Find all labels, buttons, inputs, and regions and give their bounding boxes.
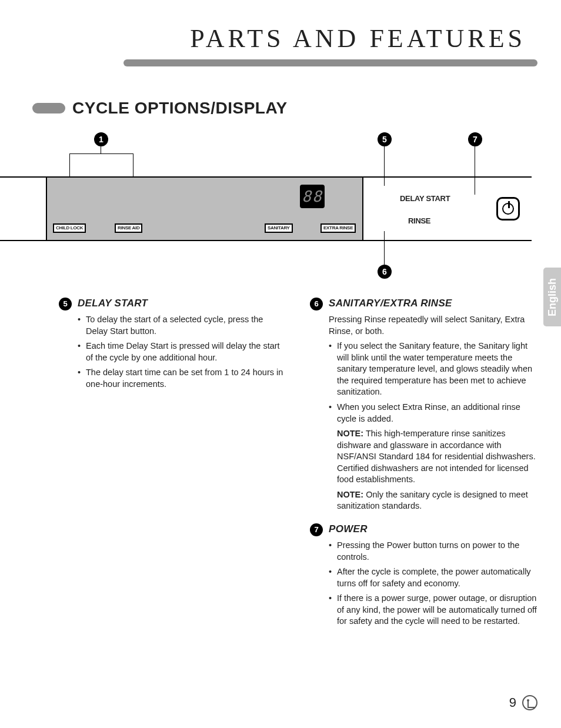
panel-frame: CHILD LOCK RINSE AID SANITARY EXTRA RINS… xyxy=(0,176,532,241)
button-power[interactable] xyxy=(496,197,520,221)
feature-7-num: 7 xyxy=(310,523,323,536)
note-label: NOTE: xyxy=(337,490,363,499)
callout-6: 6 xyxy=(378,265,392,279)
note: NOTE: Only the sanitary cycle is designe… xyxy=(329,489,537,512)
indicator-child-lock: CHILD LOCK xyxy=(53,223,86,233)
bullet: Pressing the Power button turns on power… xyxy=(329,540,537,563)
feature-5-title: DELAY START xyxy=(78,297,148,310)
note: NOTE: This high-temperature rinse saniti… xyxy=(329,428,537,486)
page-number: 9 xyxy=(509,695,516,710)
bullet: The delay start time can be set from 1 t… xyxy=(78,367,286,390)
section-pill xyxy=(32,103,65,113)
button-delay-start[interactable]: DELAY START xyxy=(400,194,450,203)
callout-1: 1 xyxy=(94,132,108,146)
feature-5-body: To delay the start of a selected cycle, … xyxy=(78,314,286,390)
bracket xyxy=(69,153,70,176)
indicator-sanitary: SANITARY xyxy=(265,223,293,233)
note-label: NOTE: xyxy=(337,429,363,438)
feature-7-title: POWER xyxy=(329,523,368,536)
feature-6-intro: Pressing Rinse repeatedly will select Sa… xyxy=(329,314,537,337)
feature-6-body: Pressing Rinse repeatedly will select Sa… xyxy=(329,314,537,512)
panel-indicator-area: CHILD LOCK RINSE AID SANITARY EXTRA RINS… xyxy=(46,178,363,240)
lead-line xyxy=(101,146,101,153)
note-text: Only the sanitary cycle is designed to m… xyxy=(337,490,528,511)
feature-7-header: 7 POWER xyxy=(310,523,537,536)
bullet: After the cycle is complete, the power a… xyxy=(329,566,537,589)
section-heading: CYCLE OPTIONS/DISPLAY xyxy=(72,99,288,118)
power-icon-stem xyxy=(508,201,510,208)
language-tab[interactable]: English xyxy=(543,268,561,326)
page-footer: 9 xyxy=(509,695,537,710)
callout-7: 7 xyxy=(468,132,482,146)
indicator-rinse-aid: RINSE AID xyxy=(115,223,142,233)
bullet: Each time Delay Start is pressed will de… xyxy=(78,340,286,363)
feature-7-body: Pressing the Power button turns on power… xyxy=(329,540,537,627)
bullet: If you select the Sanitary feature, the … xyxy=(329,340,537,398)
bracket xyxy=(133,153,133,176)
panel-button-area: DELAY START RINSE xyxy=(363,178,532,240)
lg-logo-icon xyxy=(522,695,537,710)
bracket xyxy=(69,153,133,154)
bullet: When you select Extra Rinse, an addition… xyxy=(329,402,537,425)
feature-6-num: 6 xyxy=(310,298,323,310)
feature-6-header: 6 SANITARY/EXTRA RINSE xyxy=(310,297,537,310)
control-panel-diagram: 1 5 7 6 CHILD LOCK RINSE AID SANITARY EX… xyxy=(0,132,537,285)
section-header: CYCLE OPTIONS/DISPLAY xyxy=(32,99,561,118)
bullet: To delay the start of a selected cycle, … xyxy=(78,314,286,337)
left-column: 5 DELAY START To delay the start of a se… xyxy=(59,297,286,638)
seven-segment-display: 88 xyxy=(300,185,325,208)
indicator-extra-rinse: EXTRA RINSE xyxy=(320,223,356,233)
page-title: PARTS AND FEATURES xyxy=(0,0,561,59)
callout-5: 5 xyxy=(378,132,392,146)
feature-6-title: SANITARY/EXTRA RINSE xyxy=(329,297,452,310)
button-rinse[interactable]: RINSE xyxy=(408,216,430,225)
title-rule xyxy=(123,59,537,66)
feature-5-header: 5 DELAY START xyxy=(59,297,286,310)
bullet: If there is a power surge, power outage,… xyxy=(329,593,537,627)
note-text: This high-temperature rinse sanitizes di… xyxy=(337,429,536,484)
right-column: 6 SANITARY/EXTRA RINSE Pressing Rinse re… xyxy=(310,297,537,638)
feature-5-num: 5 xyxy=(59,298,72,310)
body-columns: 5 DELAY START To delay the start of a se… xyxy=(0,285,561,638)
